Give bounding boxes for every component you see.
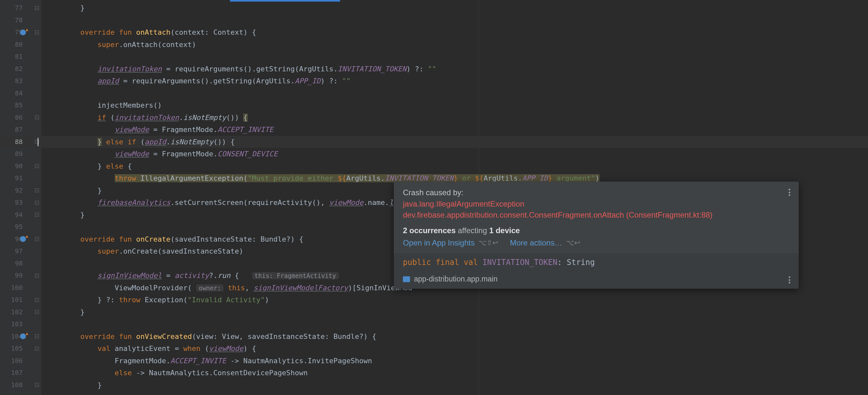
- line-number[interactable]: 99: [0, 270, 32, 282]
- fold-toggle-icon[interactable]: [35, 274, 39, 278]
- line-number[interactable]: 96: [0, 233, 32, 246]
- line-number[interactable]: 103: [0, 318, 32, 331]
- line-number[interactable]: 83: [0, 75, 32, 87]
- fold-toggle-icon[interactable]: [35, 383, 39, 387]
- code-line[interactable]: viewMode = FragmentMode.ACCEPT_INVITE: [41, 123, 868, 136]
- popup-title: Crash caused by:: [403, 188, 789, 197]
- code-line[interactable]: injectMembers(): [41, 99, 868, 112]
- line-number[interactable]: 88: [0, 136, 32, 148]
- line-number[interactable]: 91: [0, 172, 32, 185]
- code-line[interactable]: if (invitationToken.isNotEmpty()) {: [41, 112, 868, 124]
- code-line[interactable]: invitationToken = requireArguments().get…: [41, 63, 868, 75]
- line-number[interactable]: 79: [0, 26, 32, 38]
- code-line[interactable]: viewMode = FragmentMode.CONSENT_DEVICE: [41, 148, 868, 160]
- code-line[interactable]: override fun onAttach(context: Context) …: [41, 26, 868, 38]
- line-number[interactable]: 102: [0, 306, 32, 318]
- fold-toggle-icon[interactable]: [35, 347, 39, 350]
- line-number[interactable]: 86: [0, 112, 32, 124]
- fold-toggle-icon[interactable]: [35, 334, 39, 338]
- code-line[interactable]: FragmentMode.ACCEPT_INVITE -> NautmAnaly…: [41, 355, 868, 367]
- line-number[interactable]: 77: [0, 2, 32, 14]
- line-number[interactable]: 82: [0, 63, 32, 75]
- code-line[interactable]: } ?: throw Exception("Invalid Activity"): [41, 294, 868, 306]
- override-gutter-icon[interactable]: [20, 333, 26, 339]
- line-number[interactable]: 87: [0, 123, 32, 136]
- popup-module-name: app-distribution.app.main: [414, 275, 497, 283]
- popup-module-row[interactable]: app-distribution.app.main: [394, 272, 799, 289]
- line-number[interactable]: 108: [0, 379, 32, 391]
- text-caret: [37, 138, 38, 146]
- fold-toggle-icon[interactable]: [35, 213, 39, 217]
- line-number[interactable]: 94: [0, 209, 32, 221]
- fold-toggle-icon[interactable]: [35, 6, 39, 10]
- code-line[interactable]: appId = requireArguments().getString(Arg…: [41, 75, 868, 87]
- code-line[interactable]: val analyticEvent = when (viewMode) {: [41, 342, 868, 355]
- line-number[interactable]: 100: [0, 282, 32, 294]
- code-line[interactable]: [41, 318, 868, 331]
- code-line[interactable]: super.onAttach(context): [41, 38, 868, 51]
- line-number[interactable]: 104: [0, 331, 32, 343]
- popup-stack-location[interactable]: dev.firebase.appdistribution.consent.Con…: [403, 209, 789, 221]
- line-number[interactable]: 93: [0, 197, 32, 209]
- open-in-app-insights-link[interactable]: Open in App Insights⌥⇧↩: [403, 238, 498, 248]
- fold-toggle-icon[interactable]: [35, 237, 39, 241]
- keyboard-shortcut: ⌥↩: [566, 239, 580, 247]
- line-number[interactable]: 97: [0, 245, 32, 257]
- line-number[interactable]: 81: [0, 51, 32, 63]
- inlay-hint: this: FragmentActivity: [252, 272, 339, 279]
- override-gutter-icon[interactable]: [20, 236, 26, 242]
- code-line[interactable]: override fun onViewCreated(view: View, s…: [41, 331, 868, 343]
- line-number[interactable]: 101: [0, 294, 32, 306]
- code-line[interactable]: }: [41, 306, 868, 318]
- code-line[interactable]: [41, 87, 868, 100]
- fold-toggle-icon[interactable]: [35, 310, 39, 314]
- line-number[interactable]: 92: [0, 185, 32, 197]
- inlay-hint: owner:: [196, 284, 224, 291]
- code-line-current[interactable]: } else if (appId.isNotEmpty()) {: [41, 136, 868, 148]
- line-number[interactable]: 78: [0, 14, 32, 27]
- fold-toggle-icon[interactable]: [35, 30, 39, 34]
- more-actions-link[interactable]: More actions…⌥↩: [510, 238, 580, 248]
- popup-declaration: public final val INVITATION_TOKEN: Strin…: [394, 253, 799, 272]
- line-number[interactable]: 90: [0, 160, 32, 172]
- line-number[interactable]: 84: [0, 87, 32, 100]
- popup-module-options-icon[interactable]: [786, 276, 793, 283]
- fold-toggle-icon[interactable]: [35, 164, 39, 168]
- fold-toggle-icon[interactable]: [35, 115, 39, 119]
- module-folder-icon: [403, 276, 410, 282]
- popup-stats: 2 occurrences affecting 1 device: [403, 226, 789, 235]
- line-number[interactable]: 106: [0, 355, 32, 367]
- code-line[interactable]: }: [41, 379, 868, 391]
- popup-exception: java.lang.IllegalArgumentException: [403, 198, 789, 209]
- code-editor: 77 78 79 80 81 82 83 84 85 86 87 88 89 9…: [0, 0, 868, 395]
- keyboard-shortcut: ⌥⇧↩: [478, 239, 498, 247]
- popup-more-options-icon[interactable]: [786, 189, 793, 196]
- fold-column: [32, 0, 41, 395]
- code-line[interactable]: }: [41, 2, 868, 14]
- line-number[interactable]: 85: [0, 99, 32, 112]
- code-line[interactable]: } else {: [41, 160, 868, 172]
- line-number[interactable]: 95: [0, 221, 32, 233]
- code-line[interactable]: else -> NautmAnalytics.ConsentDevicePage…: [41, 367, 868, 379]
- line-number[interactable]: 89: [0, 148, 32, 160]
- line-number[interactable]: 105: [0, 342, 32, 355]
- line-number[interactable]: 98: [0, 257, 32, 270]
- fold-toggle-icon[interactable]: [35, 298, 39, 302]
- code-line[interactable]: [41, 51, 868, 63]
- override-gutter-icon[interactable]: [20, 29, 26, 35]
- fold-toggle-icon[interactable]: [35, 189, 39, 192]
- line-number[interactable]: 80: [0, 38, 32, 51]
- gutter: 77 78 79 80 81 82 83 84 85 86 87 88 89 9…: [0, 0, 32, 395]
- fold-toggle-icon[interactable]: [35, 201, 39, 205]
- line-number[interactable]: 107: [0, 367, 32, 379]
- code-line[interactable]: [41, 14, 868, 27]
- crash-insights-popup: Crash caused by: java.lang.IllegalArgume…: [394, 181, 799, 289]
